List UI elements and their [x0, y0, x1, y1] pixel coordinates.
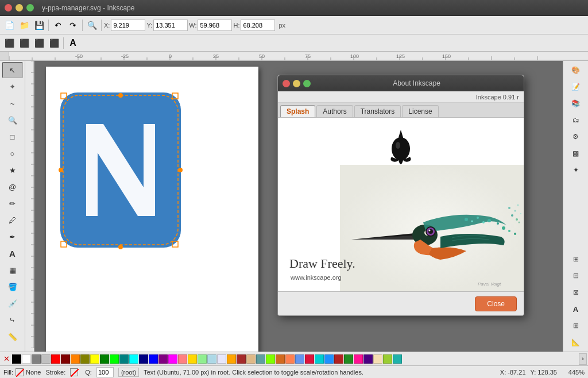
pencil-tool[interactable]: ✏ [2, 195, 23, 211]
calligraphy-tool[interactable]: ✒ [2, 229, 23, 245]
star-tool[interactable]: ★ [2, 162, 23, 178]
text-tool[interactable]: A [2, 245, 23, 261]
color-swatch[interactable] [168, 354, 177, 364]
color-swatch[interactable] [305, 354, 314, 364]
tweak-tool[interactable]: ~ [2, 95, 23, 111]
palette-scroll-right[interactable]: › [579, 353, 587, 365]
tab-authors[interactable]: Authors [316, 105, 353, 117]
color-swatch[interactable] [61, 354, 70, 364]
close-about-button[interactable]: Close [475, 296, 517, 311]
align-left-icon[interactable]: ⬛ [2, 36, 16, 50]
color-swatch[interactable] [41, 354, 51, 364]
objects-icon[interactable]: 🗂 [566, 112, 586, 128]
color-swatch[interactable] [354, 354, 363, 364]
eyedropper-tool[interactable]: 💉 [2, 295, 23, 311]
color-swatch[interactable] [256, 354, 265, 364]
filters-icon[interactable]: ✦ [566, 162, 586, 178]
fill-tool[interactable]: 🪣 [2, 279, 23, 295]
swatches-icon[interactable]: ▩ [566, 145, 586, 161]
color-swatch[interactable] [393, 354, 402, 364]
circle-tool[interactable]: ○ [2, 145, 23, 161]
align-center-icon[interactable]: ⬛ [17, 36, 31, 50]
color-manage-icon[interactable]: A [566, 301, 586, 317]
align-right-icon[interactable]: ⬛ [32, 36, 46, 50]
redo-icon[interactable]: ↷ [66, 18, 80, 32]
y-input[interactable] [153, 20, 188, 31]
color-swatch[interactable] [315, 354, 324, 364]
xml-editor-icon[interactable]: 📝 [566, 79, 586, 95]
about-max-button[interactable] [303, 80, 311, 87]
gradient-tool[interactable]: ▦ [2, 262, 23, 278]
window-maximize-button[interactable] [26, 4, 34, 11]
window-minimize-button[interactable] [16, 4, 23, 11]
zoom-icon[interactable]: 🔍 [85, 18, 99, 32]
color-swatch[interactable] [119, 354, 129, 364]
h-input[interactable] [241, 20, 275, 31]
opacity-input[interactable] [96, 367, 114, 377]
connector-tool[interactable]: ⤷ [2, 312, 23, 328]
measure-tool[interactable]: 📏 [2, 329, 23, 345]
open-icon[interactable]: 📁 [17, 18, 31, 32]
color-swatch[interactable] [51, 354, 60, 364]
color-swatch[interactable] [158, 354, 168, 364]
undo-icon[interactable]: ↶ [51, 18, 65, 32]
color-swatch[interactable] [90, 354, 99, 364]
color-swatch[interactable] [295, 354, 304, 364]
color-swatch[interactable] [266, 354, 275, 364]
color-swatch[interactable] [334, 354, 343, 364]
color-swatch[interactable] [139, 354, 148, 364]
color-swatch[interactable] [363, 354, 373, 364]
color-swatch[interactable] [178, 354, 187, 364]
color-swatch[interactable] [373, 354, 382, 364]
color-swatch[interactable] [217, 354, 226, 364]
zoom-tool[interactable]: 🔍 [2, 112, 23, 128]
w-input[interactable] [198, 20, 232, 31]
svg-point-83 [502, 226, 505, 230]
color-swatch[interactable] [80, 354, 90, 364]
color-swatch[interactable] [276, 354, 285, 364]
new-icon[interactable]: 📄 [2, 18, 16, 32]
node-tool[interactable]: ⌖ [2, 79, 23, 95]
text-icon[interactable]: A [66, 36, 80, 50]
save-icon[interactable]: 💾 [32, 18, 46, 32]
no-color-swatch[interactable]: ✕ [1, 354, 11, 364]
x-input[interactable] [111, 20, 145, 31]
color-swatch[interactable] [12, 354, 21, 364]
guide-icon[interactable]: ⊞ [566, 318, 586, 334]
color-swatch[interactable] [198, 354, 207, 364]
color-swatch[interactable] [246, 354, 256, 364]
color-swatch[interactable] [71, 354, 80, 364]
about-close-button-x[interactable] [283, 80, 290, 87]
tab-license[interactable]: License [402, 105, 438, 117]
spiral-tool[interactable]: @ [2, 179, 23, 195]
rect-tool[interactable]: □ [2, 129, 23, 145]
layers-icon[interactable]: 📚 [566, 95, 586, 111]
color-swatch[interactable] [149, 354, 158, 364]
grid-icon[interactable]: ⊟ [566, 268, 586, 284]
snap-icon[interactable]: ⊞ [566, 251, 586, 267]
color-swatch[interactable] [110, 354, 119, 364]
color-swatch[interactable] [285, 354, 295, 364]
color-swatch[interactable] [344, 354, 353, 364]
tab-translators[interactable]: Translators [354, 105, 401, 117]
color-swatch[interactable] [188, 354, 197, 364]
tab-splash[interactable]: Splash [280, 105, 315, 117]
select-tool[interactable]: ↖ [2, 62, 23, 78]
color-swatch[interactable] [383, 354, 392, 364]
pen-tool[interactable]: 🖊 [2, 212, 23, 228]
measure-display-icon[interactable]: 📐 [566, 334, 586, 350]
color-swatch[interactable] [32, 354, 41, 364]
distribute-icon[interactable]: ⬛ [47, 36, 61, 50]
window-close-button[interactable] [5, 4, 12, 11]
fill-stroke-icon[interactable]: 🎨 [566, 62, 586, 78]
color-swatch[interactable] [324, 354, 334, 364]
color-swatch[interactable] [129, 354, 138, 364]
about-min-button[interactable] [293, 80, 300, 87]
zoom-fit-icon[interactable]: ⊠ [566, 284, 586, 300]
color-swatch[interactable] [237, 354, 246, 364]
color-swatch[interactable] [100, 354, 109, 364]
symbols-icon[interactable]: ⚙ [566, 129, 586, 145]
color-swatch[interactable] [227, 354, 236, 364]
color-swatch[interactable] [22, 354, 31, 364]
color-swatch[interactable] [207, 354, 216, 364]
